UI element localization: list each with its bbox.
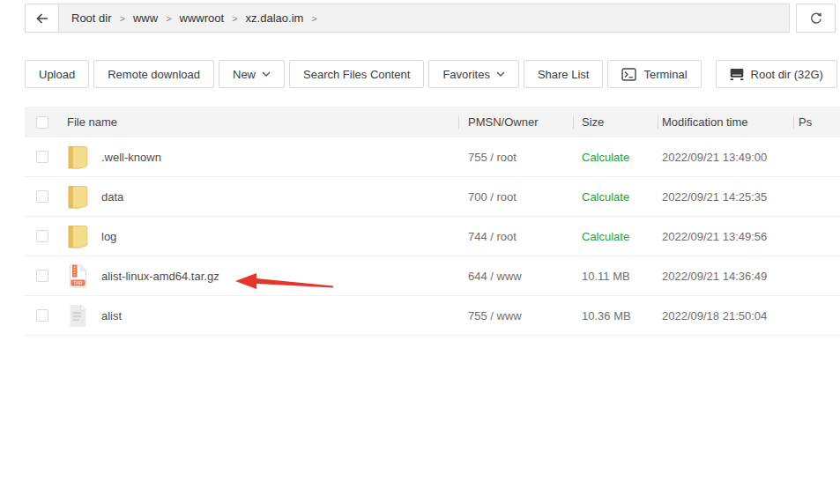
folder-icon xyxy=(67,145,89,169)
column-header-modification-time[interactable]: Modification time xyxy=(658,115,793,129)
table-row[interactable]: alist 755 / www 10.36 MB 2022/09/18 21:5… xyxy=(25,296,840,336)
file-size: 10.36 MB xyxy=(582,309,631,322)
breadcrumb-bar: Root dir > www > wwwroot > xz.dalao.im > xyxy=(25,4,790,33)
disk-icon xyxy=(730,68,744,81)
archive-file-icon: TAR xyxy=(67,264,89,288)
refresh-button[interactable] xyxy=(796,4,836,33)
column-header-size[interactable]: Size xyxy=(573,115,658,129)
modification-time: 2022/09/18 21:50:04 xyxy=(658,309,793,322)
modification-time: 2022/09/21 13:49:00 xyxy=(658,151,793,164)
chevron-down-icon xyxy=(262,71,271,78)
file-name[interactable]: alist xyxy=(101,309,122,322)
column-header-ps[interactable]: Ps xyxy=(793,115,840,129)
share-list-button[interactable]: Share List xyxy=(524,60,604,88)
breadcrumb-separator: > xyxy=(120,13,125,24)
back-button[interactable] xyxy=(26,4,59,32)
file-name[interactable]: .well-known xyxy=(101,151,161,164)
breadcrumb: Root dir > www > wwwroot > xz.dalao.im > xyxy=(59,4,325,32)
breadcrumb-separator: > xyxy=(232,13,237,24)
breadcrumb-item-wwwroot[interactable]: wwwroot xyxy=(180,11,225,25)
breadcrumb-item-www[interactable]: www xyxy=(133,11,158,25)
new-dropdown-button[interactable]: New xyxy=(219,60,285,88)
folder-icon xyxy=(67,185,89,209)
upload-button[interactable]: Upload xyxy=(25,60,89,88)
terminal-button[interactable]: Terminal xyxy=(607,60,701,88)
breadcrumb-separator: > xyxy=(166,13,171,24)
file-table: File name PMSN/Owner Size Modification t… xyxy=(25,107,840,336)
breadcrumb-item-site[interactable]: xz.dalao.im xyxy=(246,11,304,25)
arrow-left-icon xyxy=(34,11,49,26)
calculate-link[interactable]: Calculate xyxy=(582,151,629,164)
refresh-icon xyxy=(809,11,823,26)
pmsn-owner: 644 / www xyxy=(458,270,573,283)
terminal-icon xyxy=(621,68,636,81)
svg-text:TAR: TAR xyxy=(73,280,83,285)
row-checkbox[interactable] xyxy=(36,270,48,282)
file-name[interactable]: data xyxy=(101,190,123,204)
row-checkbox[interactable] xyxy=(36,190,48,203)
folder-icon xyxy=(67,225,89,248)
favorites-dropdown-button[interactable]: Favorites xyxy=(428,60,518,88)
search-files-content-button[interactable]: Search Files Content xyxy=(289,60,424,88)
breadcrumb-item-root[interactable]: Root dir xyxy=(71,11,112,25)
row-checkbox[interactable] xyxy=(36,151,48,163)
table-header: File name PMSN/Owner Size Modification t… xyxy=(25,107,840,137)
row-checkbox[interactable] xyxy=(36,309,48,322)
file-name[interactable]: alist-linux-amd64.tar.gz xyxy=(101,270,219,283)
plain-file-icon xyxy=(67,304,89,328)
root-dir-disk-button[interactable]: Root dir (32G) xyxy=(716,60,837,88)
file-name[interactable]: log xyxy=(101,230,116,243)
row-checkbox[interactable] xyxy=(36,230,48,242)
remote-download-button[interactable]: Remote download xyxy=(93,60,214,88)
table-row[interactable]: log 744 / root Calculate 2022/09/21 13:4… xyxy=(25,217,840,256)
column-header-file-name[interactable]: File name xyxy=(67,115,458,129)
calculate-link[interactable]: Calculate xyxy=(582,230,629,243)
modification-time: 2022/09/21 14:36:49 xyxy=(658,270,793,283)
chevron-down-icon xyxy=(496,71,505,78)
toolbar: Upload Remote download New Search Files … xyxy=(25,60,840,88)
table-row[interactable]: TAR alist-linux-amd64.tar.gz 644 / www 1… xyxy=(25,256,840,296)
pmsn-owner: 755 / root xyxy=(458,151,573,164)
pmsn-owner: 755 / www xyxy=(458,309,573,322)
pmsn-owner: 700 / root xyxy=(458,190,573,204)
select-all-checkbox[interactable] xyxy=(36,116,48,129)
calculate-link[interactable]: Calculate xyxy=(582,190,629,204)
modification-time: 2022/09/21 13:49:56 xyxy=(658,230,793,243)
modification-time: 2022/09/21 14:25:35 xyxy=(658,190,793,204)
table-row[interactable]: .well-known 755 / root Calculate 2022/09… xyxy=(25,137,840,177)
file-manager: Root dir > www > wwwroot > xz.dalao.im >… xyxy=(0,0,840,504)
file-size: 10.11 MB xyxy=(582,270,630,283)
column-header-pmsn-owner[interactable]: PMSN/Owner xyxy=(458,115,573,129)
table-row[interactable]: data 700 / root Calculate 2022/09/21 14:… xyxy=(25,177,840,217)
pmsn-owner: 744 / root xyxy=(458,230,573,243)
breadcrumb-separator: > xyxy=(311,13,316,24)
